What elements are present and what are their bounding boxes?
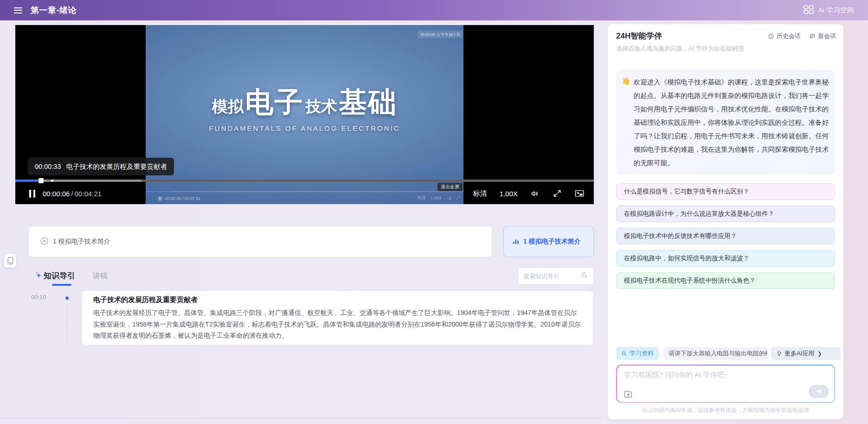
ai-disclaimer: 以上内容均由AI生成，仅供参考和借鉴；大模型能力由学堂在线提供 bbox=[608, 406, 843, 414]
time-display: 00:00:06/00:04:21 bbox=[43, 190, 102, 198]
play-circle-icon bbox=[40, 237, 49, 247]
tooltip-text: 电子技术的发展历程及重要贡献者 bbox=[66, 162, 167, 171]
chapter-card-video[interactable]: 1 模拟电子技术简介 bbox=[29, 226, 492, 257]
knowledge-search bbox=[518, 268, 593, 284]
search-input[interactable] bbox=[523, 273, 581, 280]
chevron-right-icon: ❯ bbox=[817, 351, 822, 357]
chapter-tooltip: 00:00:33 电子技术的发展历程及重要贡献者 bbox=[28, 158, 174, 175]
lightbulb-icon bbox=[776, 351, 782, 357]
chapter-card-guide[interactable]: 1 模拟电子技术简介 bbox=[503, 226, 594, 257]
side-reader-button[interactable] bbox=[4, 254, 16, 268]
menu-icon[interactable] bbox=[14, 7, 22, 13]
welcome-text: 欢迎进入《模拟电子技术基础》的课程，这里是探索电子世界奥秘的起点。从基本的电路元… bbox=[634, 76, 829, 168]
paper-plane-icon bbox=[815, 388, 823, 395]
video-title-part: 模拟 bbox=[212, 96, 244, 117]
topbar: 第一章-绪论 Ai 学习空间 bbox=[0, 0, 868, 20]
chat-input-box bbox=[616, 365, 835, 403]
page-title: 第一章-绪论 bbox=[31, 5, 77, 16]
send-button[interactable] bbox=[809, 385, 829, 398]
chat-input[interactable] bbox=[617, 366, 835, 390]
quality-button[interactable]: 标清 bbox=[473, 189, 487, 198]
upload-file-icon[interactable] bbox=[624, 390, 633, 398]
video-title-part: 技术 bbox=[306, 96, 337, 117]
assistant-title: 24H智能学伴 bbox=[616, 31, 662, 41]
app: 第一章-绪论 Ai 学习空间 00:00:05 ◇ ✎ ✎ ▤ ‖ ☰ 模拟 电… bbox=[0, 0, 868, 424]
tablet-icon bbox=[7, 257, 14, 265]
player-controls: 00:00:06/00:04:21 标清 1.00X bbox=[15, 183, 594, 204]
brand-label: Ai 学习空间 bbox=[818, 6, 854, 15]
progress-handle[interactable] bbox=[39, 178, 44, 183]
recording-toolbar: 00:00:05 ◇ ✎ ✎ ▤ ‖ ☰ bbox=[418, 31, 463, 38]
chapter-card-label: 1 模拟电子技术简介 bbox=[523, 238, 581, 246]
video-content[interactable]: 00:00:05 ◇ ✎ ✎ ▤ ‖ ☰ 模拟 电子 技术 基础 FUNDAME… bbox=[146, 25, 463, 204]
speed-button[interactable]: 1.00X bbox=[500, 190, 518, 198]
bar-chart-icon bbox=[512, 238, 520, 246]
history-button[interactable]: 历史会话 bbox=[768, 32, 801, 40]
video-player: 00:00:05 ◇ ✎ ✎ ▤ ‖ ☰ 模拟 电子 技术 基础 FUNDAME… bbox=[15, 25, 594, 204]
assistant-subtitle: 选择或输入感兴趣的问题，AI 学伴为你答疑解惑 bbox=[616, 45, 744, 53]
suggested-question[interactable]: 模拟电子技术在现代电子系统中扮演什么角色？ bbox=[616, 272, 835, 289]
chat-bubble-icon bbox=[809, 33, 816, 39]
entry-title: 电子技术的发展历程及重要贡献者 bbox=[93, 296, 198, 304]
entry-timestamp: 00:10 bbox=[31, 294, 46, 301]
grid-logo-icon bbox=[803, 5, 814, 16]
sparkle-icon bbox=[34, 271, 43, 281]
suggested-prompt-chip[interactable]: 请讲下放大器输入电阻与输出电阻的概念 bbox=[663, 347, 767, 360]
suggested-question[interactable]: 什么是模拟信号，它与数字信号有什么区别？ bbox=[616, 183, 835, 200]
assistant-panel: 24H智能学伴 历史会话 新会话 选择或输入感兴趣的问题，AI 学伴为你答疑解惑… bbox=[608, 24, 843, 419]
active-tab-underline bbox=[52, 284, 71, 286]
video-title-card: 模拟 电子 技术 基础 FUNDAMENTALS OF ANALOG ELECT… bbox=[146, 84, 463, 132]
tooltip-time: 00:00:33 bbox=[35, 163, 61, 170]
progress-played bbox=[15, 180, 41, 182]
pip-icon[interactable] bbox=[574, 189, 585, 198]
recording-tool-icons: ◇ ✎ ✎ ▤ ‖ ☰ bbox=[437, 32, 460, 37]
suggested-question[interactable]: 在模拟电路设计中，为什么说运算放大器是核心组件？ bbox=[616, 206, 835, 222]
timeline-dot bbox=[65, 296, 69, 300]
video-subtitle: FUNDAMENTALS OF ANALOG ELECTRONIC bbox=[146, 124, 463, 132]
bottom-divider bbox=[0, 418, 601, 418]
search-icon bbox=[621, 351, 627, 357]
suggested-question[interactable]: 模拟电子技术中的反馈技术有哪些应用？ bbox=[616, 228, 835, 244]
progress-bar[interactable] bbox=[15, 180, 594, 182]
more-ai-apps-chip[interactable]: 更多AI应用 ❯ bbox=[771, 347, 841, 360]
entry-body: 电子技术的发展经历了电子管、晶体管、集成电路三个阶段，对广播通信、航空航天、工业… bbox=[93, 307, 582, 341]
clock-icon bbox=[768, 33, 774, 39]
knowledge-entry[interactable]: 电子技术的发展历程及重要贡献者 电子技术的发展经历了电子管、晶体管、集成电路三个… bbox=[82, 291, 593, 345]
chapter-marker-dot bbox=[51, 180, 53, 182]
welcome-message: 👋 欢迎进入《模拟电子技术基础》的课程，这里是探索电子世界奥秘的起点。从基本的电… bbox=[616, 70, 835, 174]
video-title-part: 基础 bbox=[339, 84, 398, 122]
video-title-part: 电子 bbox=[245, 84, 304, 122]
recording-timecode: 00:00:05 bbox=[420, 32, 435, 37]
fullscreen-icon[interactable] bbox=[553, 189, 562, 198]
search-icon[interactable] bbox=[581, 271, 588, 281]
wave-emoji-icon: 👋 bbox=[622, 77, 630, 168]
suggested-question[interactable]: 在模拟电路中，如何实现信号的放大和滤波？ bbox=[616, 250, 835, 267]
new-chat-button[interactable]: 新会话 bbox=[809, 32, 836, 40]
timeline-dash-line bbox=[67, 304, 67, 344]
volume-icon[interactable] bbox=[530, 189, 540, 199]
brand[interactable]: Ai 学习空间 bbox=[803, 5, 854, 16]
tab-knowledge-guide[interactable]: 知识导引 bbox=[44, 270, 75, 281]
tab-transcript[interactable]: 讲稿 bbox=[93, 271, 108, 281]
chapter-card-label: 1 模拟电子技术简介 bbox=[53, 238, 110, 246]
learning-resources-chip[interactable]: 学习资料 bbox=[616, 347, 659, 360]
pause-button[interactable] bbox=[29, 190, 35, 198]
